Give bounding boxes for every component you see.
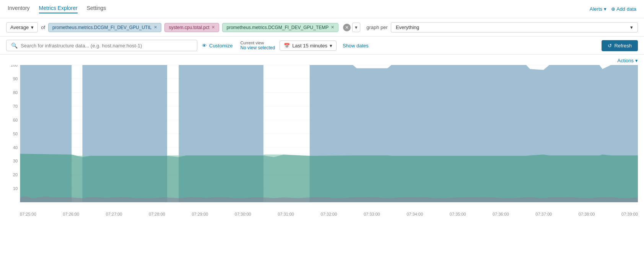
time-range-button[interactable]: 📅 Last 15 minutes ▾ <box>280 41 337 51</box>
close-icon[interactable]: ✕ <box>154 25 157 30</box>
top-nav: Inventory Metrics Explorer Settings Aler… <box>0 0 644 18</box>
everything-label: Everything <box>396 24 419 30</box>
svg-text:100: 100 <box>11 65 18 67</box>
metric-tag-cpu[interactable]: system.cpu.total.pct ✕ <box>164 23 219 32</box>
add-data-label: ⊕ Add data <box>611 6 636 12</box>
search-icon: 🔍 <box>11 42 18 49</box>
refresh-button[interactable]: ↺ Refresh <box>602 40 638 51</box>
x-label: 07:38:00 <box>579 212 595 216</box>
svg-text:20: 20 <box>13 172 18 177</box>
aggregate-label: Average <box>10 24 29 30</box>
x-label: 07:31:00 <box>278 212 294 216</box>
refresh-label: Refresh <box>614 43 632 49</box>
close-icon[interactable]: ✕ <box>211 25 215 30</box>
no-view-selected: No view selected <box>240 45 275 50</box>
eye-icon: 👁 <box>202 43 207 49</box>
chevron-down-icon: ▾ <box>31 24 34 30</box>
of-label: of <box>41 24 45 30</box>
nav-tab-metrics-explorer[interactable]: Metrics Explorer <box>39 5 78 13</box>
metric-label: prometheus.metrics.DCGM_FI_DEV_GPU_UTIL <box>52 25 151 30</box>
tag-controls: ✕ ▾ <box>343 23 360 32</box>
x-label: 07:32:00 <box>321 212 337 216</box>
nav-tab-inventory[interactable]: Inventory <box>8 5 30 13</box>
x-label: 07:26:00 <box>63 212 79 216</box>
chart-wrapper: 100 90 80 70 60 50 40 30 20 10 <box>6 65 638 210</box>
x-label: 07:37:00 <box>535 212 552 216</box>
svg-text:60: 60 <box>13 118 18 122</box>
svg-text:70: 70 <box>13 104 18 109</box>
chevron-down-icon: ▾ <box>630 24 633 30</box>
chart-container: Actions ▾ 100 90 80 <box>0 55 644 216</box>
graph-per-label: graph per <box>366 24 388 30</box>
x-label: 07:25:00 <box>20 212 36 216</box>
customize-label: Customize <box>209 43 233 49</box>
x-label: 07:27:00 <box>106 212 122 216</box>
everything-select[interactable]: Everything ▾ <box>391 22 638 32</box>
x-label: 07:36:00 <box>493 212 509 216</box>
metric-label: prometheus.metrics.DCGM_FI_DEV_GPU_TEMP <box>226 25 329 30</box>
actions-label: Actions <box>617 58 634 63</box>
close-icon[interactable]: ✕ <box>331 25 334 30</box>
svg-text:90: 90 <box>13 76 18 81</box>
clear-metrics-button[interactable]: ✕ <box>343 24 351 31</box>
show-dates-button[interactable]: Show dates <box>343 43 369 49</box>
svg-text:30: 30 <box>13 159 18 163</box>
actions-row: Actions ▾ <box>6 55 638 65</box>
x-label: 07:28:00 <box>149 212 165 216</box>
x-label: 07:39:00 <box>621 212 638 216</box>
time-range-label: Last 15 minutes <box>292 43 327 49</box>
chevron-down-icon: ▾ <box>635 58 638 63</box>
svg-text:10: 10 <box>13 186 18 191</box>
x-label: 07:33:00 <box>364 212 380 216</box>
svg-text:40: 40 <box>13 145 18 149</box>
metric-label: system.cpu.total.pct <box>169 25 209 30</box>
aggregate-select[interactable]: Average ▾ <box>6 22 38 32</box>
alerts-label: Alerts <box>590 6 602 12</box>
chevron-down-icon: ▾ <box>604 6 607 12</box>
x-label: 07:34:00 <box>407 212 423 216</box>
svg-text:80: 80 <box>13 90 18 95</box>
customize-button[interactable]: 👁 Customize <box>202 43 233 49</box>
metric-tag-gpu-util[interactable]: prometheus.metrics.DCGM_FI_DEV_GPU_UTIL … <box>48 23 161 32</box>
toolbar-row1: Average ▾ of prometheus.metrics.DCGM_FI_… <box>0 18 644 37</box>
metric-tag-gpu-temp[interactable]: prometheus.metrics.DCGM_FI_DEV_GPU_TEMP … <box>222 23 338 32</box>
current-view-block: Current view No view selected <box>240 41 275 50</box>
x-label: 07:29:00 <box>192 212 208 216</box>
x-label: 07:30:00 <box>235 212 251 216</box>
calendar-icon: 📅 <box>284 43 290 49</box>
actions-button[interactable]: Actions ▾ <box>617 58 638 63</box>
nav-tabs: Inventory Metrics Explorer Settings <box>8 5 106 13</box>
nav-tab-settings[interactable]: Settings <box>87 5 106 13</box>
x-axis: 07:25:00 07:26:00 07:27:00 07:28:00 07:2… <box>6 210 638 216</box>
toolbar-row2: 🔍 👁 Customize Current view No view selec… <box>0 37 644 55</box>
svg-marker-26 <box>20 154 638 202</box>
add-data-button[interactable]: ⊕ Add data <box>611 6 636 12</box>
search-bar: 🔍 <box>6 40 197 51</box>
alerts-button[interactable]: Alerts ▾ <box>590 6 607 12</box>
metrics-chart: 100 90 80 70 60 50 40 30 20 10 <box>6 65 638 210</box>
nav-right: Alerts ▾ ⊕ Add data <box>590 6 636 12</box>
search-input[interactable] <box>21 43 192 49</box>
current-view-label: Current view <box>240 41 275 45</box>
metrics-dropdown-button[interactable]: ▾ <box>352 23 360 32</box>
refresh-icon: ↺ <box>608 43 612 49</box>
svg-text:50: 50 <box>13 131 18 136</box>
chevron-down-icon: ▾ <box>330 43 332 49</box>
x-label: 07:35:00 <box>450 212 466 216</box>
